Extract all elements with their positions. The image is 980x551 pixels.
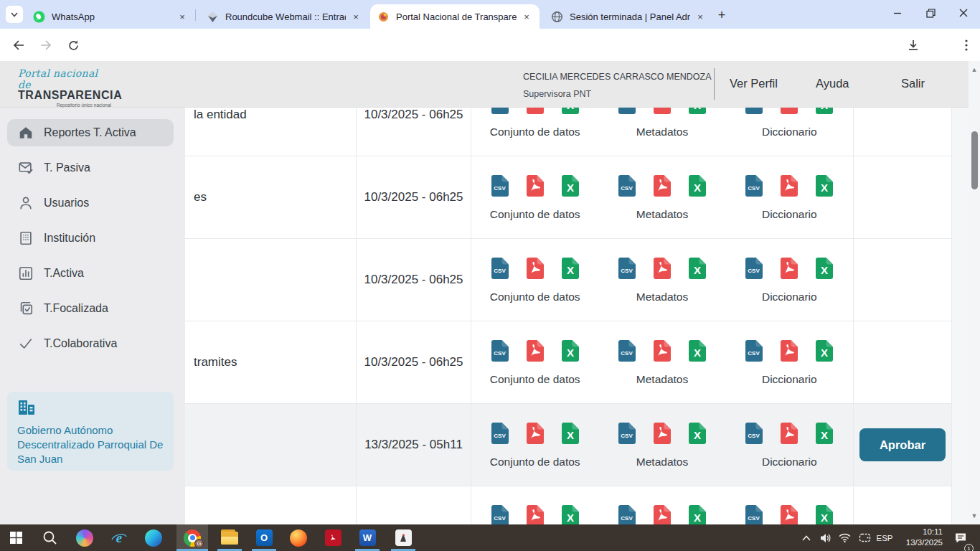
csv-file-icon[interactable]: CSV	[618, 108, 636, 118]
view-profile-link[interactable]: Ver Perfil	[730, 77, 778, 90]
csv-file-icon[interactable]: CSV	[745, 339, 763, 365]
csv-file-icon[interactable]: CSV	[618, 174, 636, 200]
tab-close-icon[interactable]: ×	[694, 11, 706, 22]
tray-chevron-up-icon[interactable]	[798, 524, 815, 551]
sidebar-item-t-colaborativa[interactable]: T.Colaborativa	[7, 330, 174, 357]
pdf-file-icon[interactable]	[653, 257, 672, 283]
outlook-icon[interactable]: O	[248, 524, 280, 551]
tab-search-button[interactable]	[6, 6, 23, 23]
csv-file-icon[interactable]: CSV	[745, 108, 763, 118]
xls-file-icon[interactable]: X	[561, 174, 580, 200]
sidebar-item-reportes-t-activa[interactable]: Reportes T. Activa	[7, 119, 174, 146]
copilot-icon[interactable]	[69, 524, 100, 551]
scrollbar-thumb[interactable]	[971, 131, 978, 189]
pdf-file-icon[interactable]	[526, 108, 545, 118]
xls-file-icon[interactable]: X	[688, 108, 707, 118]
tray-volume-icon[interactable]	[816, 524, 835, 551]
window-close-button[interactable]	[947, 0, 980, 26]
xls-file-icon[interactable]: X	[815, 257, 834, 283]
sidebar-item-instituci-n[interactable]: Institución	[7, 225, 174, 252]
xls-file-icon[interactable]: X	[688, 339, 707, 365]
xls-file-icon[interactable]: X	[815, 504, 834, 525]
tray-language-indicator[interactable]: ESP	[874, 524, 895, 551]
tray-device-icon[interactable]	[855, 524, 874, 551]
word-icon[interactable]: W	[352, 524, 383, 551]
new-tab-button[interactable]: +	[713, 6, 730, 24]
xls-file-icon[interactable]: X	[815, 174, 834, 200]
tab-whatsapp[interactable]: WhatsApp ×	[26, 4, 195, 29]
csv-file-icon[interactable]: CSV	[618, 422, 636, 448]
tray-wifi-icon[interactable]	[835, 524, 854, 551]
pdf-file-icon[interactable]	[526, 504, 545, 525]
xls-file-icon[interactable]: X	[815, 422, 834, 448]
tab-portal-active[interactable]: Portal Nacional de Transparencia ×	[370, 4, 540, 29]
chrome-taskbar-icon[interactable]: G	[176, 524, 208, 551]
browser-menu-icon[interactable]	[957, 36, 976, 55]
csv-file-icon[interactable]: CSV	[618, 257, 636, 283]
acrobat-icon[interactable]	[317, 524, 349, 551]
csv-file-icon[interactable]: CSV	[745, 174, 763, 200]
scroll-up-icon[interactable]: ▲	[971, 67, 978, 72]
pdf-file-icon[interactable]	[526, 422, 545, 448]
edge-icon[interactable]	[138, 524, 169, 551]
xls-file-icon[interactable]: X	[561, 339, 580, 365]
pdf-file-icon[interactable]	[653, 174, 672, 200]
scroll-down-icon[interactable]: ▼	[971, 513, 978, 519]
file-explorer-icon[interactable]	[214, 524, 245, 551]
csv-file-icon[interactable]: CSV	[491, 422, 509, 448]
pdf-file-icon[interactable]	[780, 257, 798, 283]
entity-card[interactable]: Gobierno Autónomo Descentralizado Parroq…	[7, 392, 174, 471]
reload-button[interactable]	[63, 35, 83, 55]
firefox-icon[interactable]	[283, 524, 314, 551]
csv-file-icon[interactable]: CSV	[618, 339, 636, 365]
pdf-file-icon[interactable]	[653, 108, 672, 118]
csv-file-icon[interactable]: CSV	[491, 174, 509, 200]
csv-file-icon[interactable]: CSV	[745, 257, 763, 283]
pdf-file-icon[interactable]	[780, 108, 798, 118]
tab-roundcube[interactable]: Roundcube Webmail :: Entrada ×	[199, 4, 369, 29]
taskbar-search-icon[interactable]	[34, 524, 66, 551]
pdf-file-icon[interactable]	[526, 339, 545, 365]
csv-file-icon[interactable]: CSV	[491, 257, 509, 283]
pdf-file-icon[interactable]	[653, 339, 672, 365]
xls-file-icon[interactable]: X	[688, 174, 707, 200]
xls-file-icon[interactable]: X	[815, 108, 834, 118]
tab-close-icon[interactable]: ×	[350, 11, 362, 22]
pdf-file-icon[interactable]	[780, 174, 798, 200]
window-restore-button[interactable]	[914, 0, 947, 26]
approve-button[interactable]: Aprobar	[859, 428, 946, 461]
xls-file-icon[interactable]: X	[561, 257, 580, 283]
csv-file-icon[interactable]: CSV	[745, 422, 763, 448]
notification-center-icon[interactable]: 1	[951, 524, 970, 551]
csv-file-icon[interactable]: CSV	[491, 108, 509, 118]
back-button[interactable]	[9, 35, 29, 55]
csv-file-icon[interactable]: CSV	[491, 504, 509, 525]
pdf-file-icon[interactable]	[526, 257, 545, 283]
tray-clock[interactable]: 10:11 13/3/2025	[898, 527, 943, 548]
download-icon[interactable]	[904, 36, 923, 55]
csv-file-icon[interactable]: CSV	[618, 504, 636, 525]
pdf-file-icon[interactable]	[526, 174, 545, 200]
xls-file-icon[interactable]: X	[688, 257, 707, 283]
tab-close-icon[interactable]: ×	[521, 11, 532, 22]
java-app-icon[interactable]	[387, 524, 419, 551]
sidebar-item-t-focalizada[interactable]: T.Focalizada	[7, 295, 174, 322]
tab-close-icon[interactable]: ×	[176, 11, 188, 22]
logout-link[interactable]: Salir	[901, 77, 925, 90]
sidebar-item-usuarios[interactable]: Usuarios	[7, 189, 174, 217]
forward-button[interactable]	[36, 35, 56, 55]
xls-file-icon[interactable]: X	[688, 422, 707, 448]
xls-file-icon[interactable]: X	[561, 504, 580, 525]
csv-file-icon[interactable]: CSV	[745, 504, 763, 525]
pdf-file-icon[interactable]	[780, 504, 798, 525]
xls-file-icon[interactable]: X	[815, 339, 834, 365]
pdf-file-icon[interactable]	[780, 422, 798, 448]
window-minimize-button[interactable]	[881, 0, 914, 26]
xls-file-icon[interactable]: X	[561, 108, 580, 118]
xls-file-icon[interactable]: X	[688, 504, 707, 525]
pdf-file-icon[interactable]	[653, 422, 672, 448]
csv-file-icon[interactable]: CSV	[491, 339, 509, 365]
pdf-file-icon[interactable]	[653, 504, 672, 525]
pdf-file-icon[interactable]	[780, 339, 798, 365]
sidebar-item-t-activa[interactable]: T.Activa	[7, 260, 174, 287]
